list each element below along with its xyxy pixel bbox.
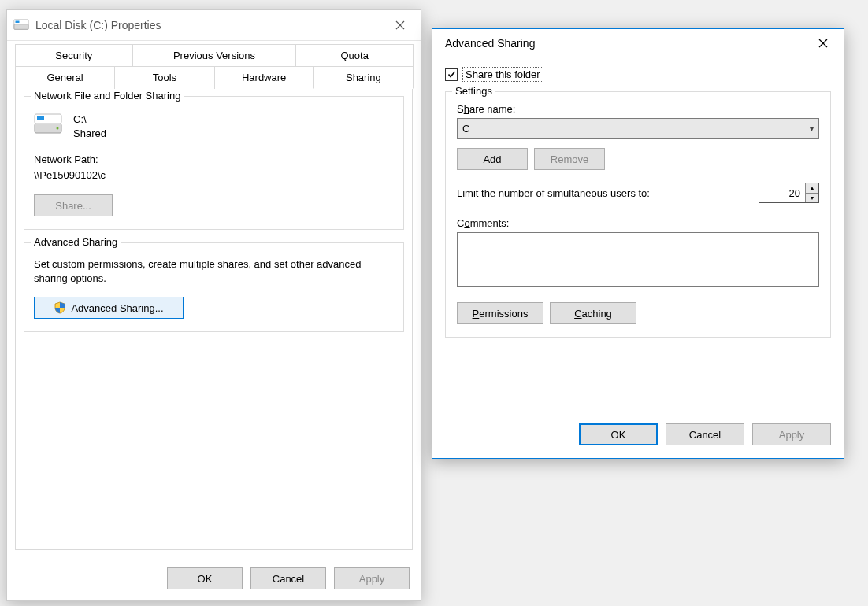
svg-point-8 <box>57 127 59 130</box>
adv-button-bar: OK Cancel Apply <box>432 423 844 458</box>
titlebar: Local Disk (C:) Properties <box>7 10 421 41</box>
limit-users-label: Limit the number of simultaneous users t… <box>457 187 650 199</box>
tab-security[interactable]: Security <box>15 44 133 66</box>
adv-close-button[interactable] <box>806 31 840 55</box>
limit-users-input[interactable] <box>759 183 805 202</box>
adv-body: Share this folder Settings Share name: C… <box>432 57 844 423</box>
close-icon <box>395 20 405 30</box>
shield-icon <box>54 301 66 314</box>
svg-rect-2 <box>16 21 20 24</box>
tab-tools[interactable]: Tools <box>114 66 214 89</box>
tab-previous-versions[interactable]: Previous Versions <box>132 44 297 66</box>
drive-status: Shared <box>73 127 106 141</box>
tab-general[interactable]: General <box>15 66 115 89</box>
advanced-sharing-window: Advanced Sharing Share this folder Setti… <box>432 28 844 459</box>
tab-quota[interactable]: Quota <box>295 44 414 66</box>
spinner-up[interactable]: ▲ <box>806 183 818 194</box>
group-title-advanced: Advanced Sharing <box>31 236 121 248</box>
close-button[interactable] <box>384 14 416 36</box>
network-path-label: Network Path: <box>34 152 394 168</box>
svg-rect-0 <box>14 24 28 30</box>
comments-textarea[interactable] <box>457 232 819 287</box>
checkmark-icon <box>447 70 456 79</box>
limit-users-spinner[interactable]: ▲ ▼ <box>759 183 819 203</box>
group-network-sharing: Network File and Folder Sharing C:\ Shar… <box>24 96 404 230</box>
share-folder-checkbox-row: Share this folder <box>445 67 831 82</box>
group-advanced-sharing: Advanced Sharing Set custom permissions,… <box>24 242 404 332</box>
remove-button[interactable]: Remove <box>534 148 605 170</box>
permissions-button[interactable]: Permissions <box>457 302 543 324</box>
comments-label: Comments: <box>457 217 819 229</box>
drive-icon <box>34 113 62 136</box>
tab-hardware[interactable]: Hardware <box>214 66 314 89</box>
share-name-value: C <box>462 123 469 135</box>
properties-window: Local Disk (C:) Properties Security Prev… <box>6 9 421 601</box>
drive-name: C:\ <box>73 113 106 127</box>
network-path-value: \\Pe15090102\c <box>34 168 394 183</box>
adv-window-title: Advanced Sharing <box>445 37 806 50</box>
adv-apply-button[interactable]: Apply <box>752 423 831 445</box>
share-button[interactable]: Share... <box>34 194 113 216</box>
close-icon <box>818 39 828 48</box>
chevron-down-icon: ▾ <box>810 124 814 133</box>
caching-button[interactable]: Caching <box>550 302 636 324</box>
settings-group-title: Settings <box>452 85 495 97</box>
adv-cancel-button[interactable]: Cancel <box>666 423 744 445</box>
share-name-combo[interactable]: C ▾ <box>457 118 819 139</box>
tab-content-sharing: Network File and Folder Sharing C:\ Shar… <box>15 88 413 550</box>
advanced-sharing-button[interactable]: Advanced Sharing... <box>34 297 184 319</box>
group-title-network: Network File and Folder Sharing <box>31 90 184 102</box>
properties-button-bar: OK Cancel Apply <box>7 560 421 600</box>
share-name-label: Share name: <box>457 103 819 115</box>
window-title: Local Disk (C:) Properties <box>35 19 384 31</box>
tabs: Security Previous Versions Quota General… <box>7 41 421 89</box>
drive-icon <box>13 19 29 31</box>
share-folder-label[interactable]: Share this folder <box>462 67 543 82</box>
apply-button[interactable]: Apply <box>334 567 410 589</box>
spinner-down[interactable]: ▼ <box>806 194 818 203</box>
drive-info: C:\ Shared <box>34 113 394 141</box>
cancel-button[interactable]: Cancel <box>250 567 326 589</box>
tab-sharing[interactable]: Sharing <box>313 66 414 89</box>
advanced-description: Set custom permissions, create multiple … <box>34 257 394 286</box>
ok-button[interactable]: OK <box>167 567 243 589</box>
adv-ok-button[interactable]: OK <box>579 423 658 445</box>
svg-rect-7 <box>37 116 44 120</box>
share-folder-checkbox[interactable] <box>445 68 458 81</box>
add-button[interactable]: Add <box>457 148 528 170</box>
settings-group: Settings Share name: C ▾ Add Remove Limi… <box>445 91 831 338</box>
advanced-sharing-button-label: Advanced Sharing... <box>71 302 163 314</box>
adv-titlebar: Advanced Sharing <box>432 29 844 57</box>
